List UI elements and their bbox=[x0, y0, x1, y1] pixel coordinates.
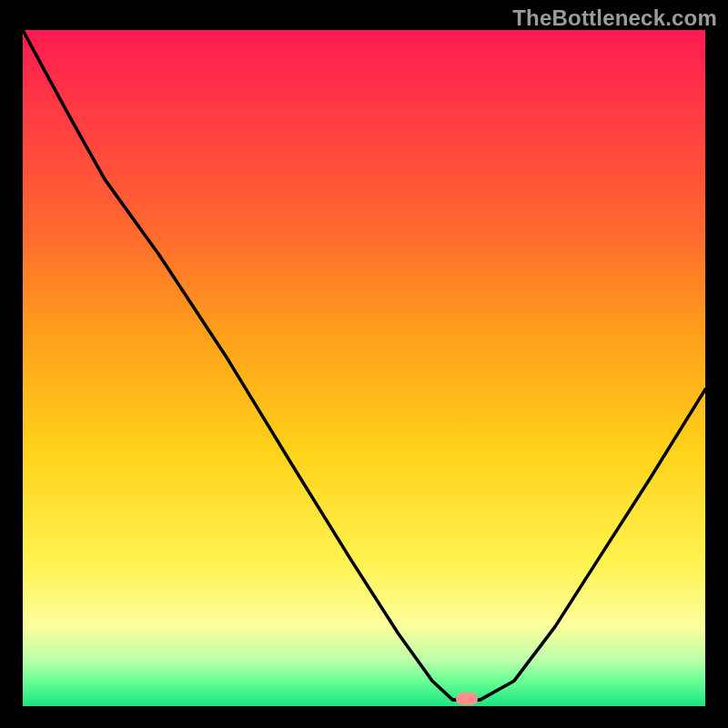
watermark-text: TheBottleneck.com bbox=[512, 5, 717, 31]
optimum-marker bbox=[456, 693, 478, 705]
bottleneck-curve bbox=[23, 30, 705, 708]
chart-frame: TheBottleneck.com bbox=[0, 0, 728, 728]
curve-path bbox=[23, 30, 705, 700]
plot-area bbox=[23, 30, 705, 708]
